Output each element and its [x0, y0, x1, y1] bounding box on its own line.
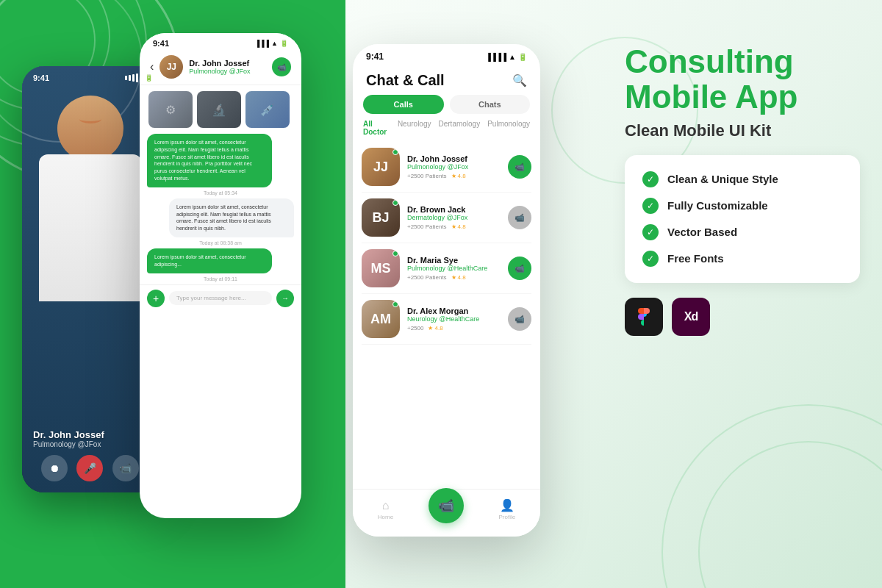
doctor-rating-1: ★ 4.8 — [451, 173, 466, 179]
mute-btn[interactable]: 🎤 — [76, 455, 103, 481]
chat-timestamp-3: Today at 09:11 — [147, 276, 294, 282]
doctor-info-4: Dr. Alex Morgan Neurology @HealthCare +2… — [407, 306, 501, 331]
nav-profile[interactable]: 👤 Profile — [498, 498, 515, 520]
list-title: Chat & Call — [366, 72, 445, 89]
list-tabs: Calls Chats — [353, 95, 540, 120]
chat-input-area: + Type your message here... → — [140, 284, 301, 312]
figma-badge — [625, 298, 663, 336]
xd-badge: Xd — [672, 298, 710, 336]
feature-item-4: ✓ Free Fonts — [642, 251, 842, 267]
chat-add-button[interactable]: + — [147, 290, 165, 307]
doctor-item-2[interactable]: BJ Dr. Brown Jack Dermatology @JFox +250… — [362, 193, 531, 243]
tab-chats[interactable]: Chats — [450, 95, 531, 114]
online-indicator-3 — [392, 251, 398, 257]
video-phone: 9:41 ▲ 🔋 Dr. John Jossef Pulmonology @JF… — [22, 66, 158, 492]
video-call-icon: 📹 — [438, 498, 454, 514]
chat-image-thumb-3: 💉 — [245, 91, 290, 128]
doctor-patients-2: +2500 Patients — [407, 223, 447, 230]
filter-neurology[interactable]: Neurology — [398, 120, 431, 136]
doctor-spec-2: Dermatology @JFox — [407, 214, 501, 221]
tab-calls[interactable]: Calls — [363, 95, 444, 114]
video-controls: ⏺ 🎤 📹 — [22, 455, 158, 481]
profile-icon: 👤 — [500, 498, 514, 512]
chat-send-button[interactable]: → — [276, 290, 294, 307]
online-indicator-4 — [392, 301, 398, 307]
doctor-patients-1: +2500 Patients — [407, 173, 447, 179]
filter-all-doctor[interactable]: All Doctor — [363, 120, 390, 136]
list-time: 9:41 — [366, 51, 384, 62]
call-btn-1[interactable]: 📹 — [508, 155, 531, 179]
check-icon-2: ✓ — [642, 198, 659, 214]
list-signal-icons: ▐▐▐▐▲🔋 — [486, 53, 527, 61]
chat-avatar: JJ — [159, 55, 183, 79]
chat-timestamp-2: Today at 08:38 am — [147, 240, 294, 245]
online-indicator-2 — [392, 200, 398, 206]
chat-header-name: Dr. John Jossef — [189, 59, 266, 68]
video-time: 9:41 — [33, 74, 49, 82]
feature-item-1: ✓ Clean & Unique Style — [642, 171, 842, 187]
chat-video-call-btn[interactable]: 📹 — [272, 57, 291, 76]
doctor-list: JJ Dr. John Jossef Pulmonology @JFox +25… — [353, 142, 540, 345]
doctor-spec-1: Pulmonology @JFox — [407, 163, 501, 171]
right-content: Consulting Mobile App Clean Mobile UI Ki… — [625, 44, 860, 336]
search-icon[interactable]: 🔍 — [512, 74, 527, 87]
doctor-item-4[interactable]: AM Dr. Alex Morgan Neurology @HealthCare… — [362, 294, 531, 345]
video-doctor-info: Dr. John Jossef Pulmonology @JFox — [33, 429, 104, 448]
record-btn[interactable]: ⏺ — [41, 455, 68, 481]
left-section: 9:41 ▲ 🔋 Dr. John Jossef Pulmonology @JF… — [0, 0, 345, 588]
doctor-info-2: Dr. Brown Jack Dermatology @JFox +2500 P… — [407, 205, 501, 230]
check-icon-4: ✓ — [642, 251, 659, 267]
chat-images: ⚙ 🔬 💉 — [140, 85, 301, 134]
doctor-rating-2: ★ 4.8 — [451, 223, 466, 230]
doctor-avatar-4: AM — [362, 300, 400, 338]
call-btn-4[interactable]: 📹 — [508, 307, 531, 331]
video-doctor-spec: Pulmonology @JFox — [33, 440, 104, 448]
doctor-spec-3: Pulmonology @HealthCare — [407, 265, 501, 272]
feature-item-3: ✓ Vector Based — [642, 224, 842, 240]
deco-circle-2 — [0, 0, 110, 110]
filter-pulmonology[interactable]: Pulmonology — [487, 120, 530, 136]
chat-phone: 9:41 ▐▐▐ ▲ 🔋 ‹ JJ Dr. John Jossef Pulmon… — [140, 33, 301, 518]
doctor-avatar-2: BJ — [362, 198, 400, 237]
doctor-item-1[interactable]: JJ Dr. John Jossef Pulmonology @JFox +25… — [362, 142, 531, 193]
filter-dertamology[interactable]: Dertamology — [438, 120, 480, 136]
doctor-avatar-1: JJ — [362, 148, 400, 186]
call-btn-2[interactable]: 📹 — [508, 206, 531, 229]
chat-bubble-sent-1: Lorem ipsum dolor sit amet, consectetur … — [147, 134, 272, 187]
nav-home[interactable]: ⌂ Home — [378, 499, 393, 520]
doctor-rating-3: ★ 4.8 — [451, 274, 466, 281]
doctor-name-4: Dr. Alex Morgan — [407, 306, 501, 315]
doctor-meta-1: +2500 Patients ★ 4.8 — [407, 173, 501, 179]
chat-image-thumb-1: ⚙ — [148, 91, 193, 128]
feature-text-3: Vector Based — [667, 226, 737, 238]
nav-video-call[interactable]: 📹 — [429, 488, 464, 523]
doctor-spec-4: Neurology @HealthCare — [407, 315, 501, 323]
chat-time: 9:41 — [153, 39, 169, 48]
doctor-meta-4: +2500 ★ 4.8 — [407, 325, 501, 331]
nav-profile-label: Profile — [498, 514, 515, 520]
call-btn-3[interactable]: 📹 — [508, 257, 531, 280]
bottom-nav: ⌂ Home 📹 👤 Profile — [353, 489, 540, 537]
feature-text-2: Fully Customizable — [667, 199, 768, 212]
nav-home-label: Home — [378, 514, 393, 520]
doctor-info-1: Dr. John Jossef Pulmonology @JFox +2500 … — [407, 154, 501, 179]
features-card: ✓ Clean & Unique Style ✓ Fully Customiza… — [625, 155, 860, 283]
doctor-patients-4: +2500 — [407, 325, 423, 331]
doctor-item-3[interactable]: MS Dr. Maria Sye Pulmonology @HealthCare… — [362, 243, 531, 294]
doctor-avatar-3: MS — [362, 249, 400, 287]
chat-header-spec: Pulmonology @JFox — [189, 68, 266, 75]
list-header: Chat & Call 🔍 — [353, 65, 540, 95]
chat-input-field[interactable]: Type your message here... — [169, 291, 272, 305]
doctor-patients-3: +2500 Patients — [407, 274, 447, 281]
chat-bubble-sent-2: Lorem ipsum dolor sit amet, consectetur … — [147, 248, 272, 273]
check-icon-1: ✓ — [642, 171, 659, 187]
doctor-rating-4: ★ 4.8 — [428, 325, 442, 331]
chat-signal-icons: ▐▐▐ ▲ 🔋 — [255, 40, 288, 47]
feature-item-2: ✓ Fully Customizable — [642, 198, 842, 214]
list-filter: All Doctor Neurology Dertamology Pulmono… — [353, 120, 540, 142]
feature-text-1: Clean & Unique Style — [667, 173, 778, 185]
chat-header-info: Dr. John Jossef Pulmonology @JFox — [189, 59, 266, 75]
chat-image-thumb-2: 🔬 — [197, 91, 241, 128]
right-section: 9:41 ▐▐▐▐▲🔋 Chat & Call 🔍 Calls Chats Al… — [345, 0, 882, 588]
video-btn[interactable]: 📹 — [112, 455, 139, 481]
